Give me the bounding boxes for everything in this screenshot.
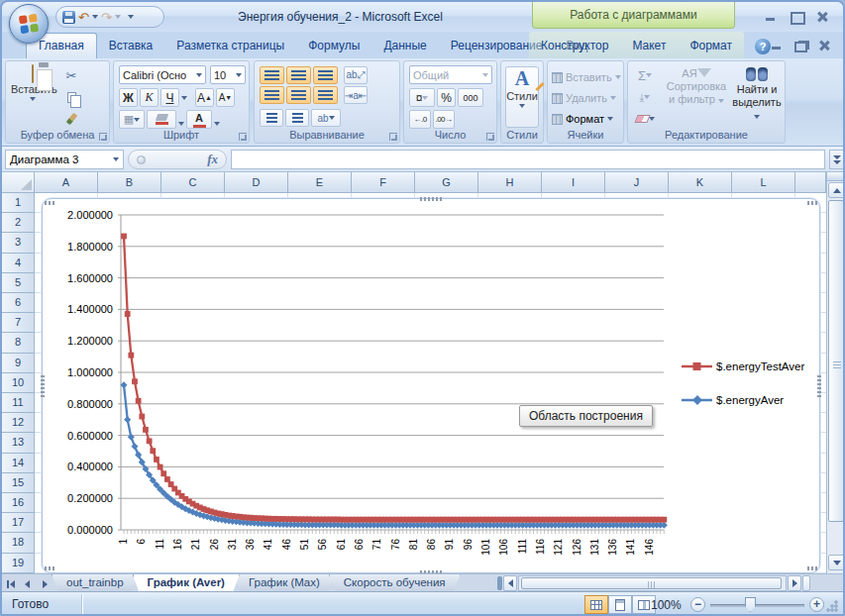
formula-input[interactable] (231, 150, 825, 169)
borders-button[interactable]: ▦ (119, 110, 145, 129)
x-axis-label[interactable]: 146 (644, 539, 655, 556)
grow-font-button[interactable]: А▲ (195, 88, 214, 107)
tab-Конструктор[interactable]: Конструктор (529, 34, 620, 58)
marker[interactable] (143, 427, 149, 433)
sheet-tab-Скорость обучения[interactable]: Скорость обучения (329, 574, 461, 592)
tab-Вставка[interactable]: Вставка (97, 34, 165, 58)
x-axis-label[interactable]: 81 (408, 539, 419, 551)
chart-handle-left[interactable] (41, 375, 45, 397)
y-axis-label[interactable]: 1.200000 (67, 335, 113, 347)
alignment-dialog-launcher[interactable] (389, 133, 397, 141)
delete-cells-button[interactable]: Удалить (552, 88, 616, 108)
align-right-button[interactable] (313, 86, 338, 104)
undo-icon[interactable]: ↶ (78, 11, 89, 24)
marker[interactable] (135, 452, 142, 459)
x-axis-label[interactable]: 141 (625, 539, 636, 556)
name-box-dropdown-icon[interactable] (113, 157, 119, 161)
marker[interactable] (125, 311, 131, 317)
column-header-partial[interactable] (795, 172, 826, 193)
row-header-3[interactable]: 3 (2, 233, 35, 253)
paste-button[interactable]: Вставить (11, 65, 54, 129)
vertical-scrollbar[interactable] (826, 172, 845, 573)
fill-button[interactable]: ⤓ (633, 88, 657, 106)
row-header-13[interactable]: 13 (2, 433, 35, 453)
underline-dropdown-icon[interactable] (181, 96, 187, 100)
first-sheet-button[interactable] (4, 576, 17, 592)
marker[interactable] (160, 470, 166, 476)
row-header-14[interactable]: 14 (2, 454, 35, 473)
help-icon[interactable]: ? (755, 39, 771, 54)
sheet-tab-График (Aver)[interactable]: График (Aver) (133, 574, 240, 592)
y-axis-label[interactable]: 0.600000 (67, 430, 113, 442)
autosum-button[interactable]: Σ (633, 66, 657, 84)
chart-handle-right[interactable] (817, 375, 821, 397)
increase-decimal-button[interactable]: ←.0 (409, 110, 431, 129)
row-header-15[interactable]: 15 (2, 473, 35, 493)
row-header-19[interactable]: 19 (2, 554, 35, 573)
insert-function-button[interactable]: fx (128, 150, 227, 169)
number-dialog-launcher[interactable] (486, 133, 494, 141)
y-axis-label[interactable]: 1.400000 (67, 303, 113, 315)
x-axis-label[interactable]: 126 (572, 539, 582, 556)
column-header-I[interactable]: I (542, 172, 605, 193)
x-axis-label[interactable]: 116 (535, 539, 546, 555)
undo-dropdown-icon[interactable] (92, 15, 98, 19)
marker[interactable] (158, 464, 163, 470)
font-color-button[interactable]: А (186, 110, 212, 129)
row-header-4[interactable]: 4 (2, 254, 35, 273)
page-layout-view-button[interactable] (608, 595, 632, 614)
chart-handle-topright[interactable] (807, 201, 817, 205)
marker[interactable] (128, 434, 135, 441)
comma-style-button[interactable]: 000 (458, 88, 483, 107)
next-sheet-button[interactable] (39, 576, 52, 592)
zoom-level[interactable]: 100% (651, 598, 682, 612)
decrease-indent-button[interactable] (260, 109, 283, 127)
x-axis-label[interactable]: 111 (517, 539, 528, 555)
column-header-E[interactable]: E (288, 172, 352, 193)
prev-sheet-button[interactable] (21, 576, 34, 592)
align-left-button[interactable] (260, 86, 284, 104)
marker[interactable] (124, 416, 131, 423)
row-header-6[interactable]: 6 (2, 293, 35, 313)
y-axis-label[interactable]: 1.800000 (67, 241, 113, 253)
y-axis-label[interactable]: 2.000000 (67, 209, 113, 221)
format-cells-button[interactable]: Формат (552, 109, 613, 129)
copy-button[interactable] (59, 88, 83, 106)
x-axis-label[interactable]: 106 (498, 539, 509, 556)
column-header-G[interactable]: G (415, 172, 478, 193)
zoom-thumb[interactable] (745, 597, 756, 612)
align-center-button[interactable] (286, 86, 311, 104)
horizontal-scrollbar[interactable] (518, 575, 787, 591)
x-axis-label[interactable]: 1 (118, 539, 129, 545)
x-axis-label[interactable]: 36 (245, 539, 256, 551)
vertical-split-box[interactable] (827, 172, 845, 181)
workbook-restore-icon[interactable] (793, 40, 807, 51)
marker[interactable] (120, 381, 127, 388)
column-header-D[interactable]: D (225, 172, 288, 193)
legend-marker[interactable] (693, 362, 701, 370)
underline-button[interactable]: Ч (160, 88, 179, 107)
align-bottom-button[interactable] (313, 66, 338, 84)
styles-button[interactable]: A Стили (505, 66, 539, 128)
x-axis-label[interactable]: 41 (263, 539, 273, 551)
align-middle-button[interactable] (286, 66, 311, 84)
clear-button[interactable] (633, 110, 657, 128)
formula-bar-expand-button[interactable] (829, 150, 844, 169)
row-header-16[interactable]: 16 (2, 493, 35, 513)
zoom-in-button[interactable]: + (809, 597, 824, 612)
chart[interactable]: 2.0000001.8000001.6000001.4000001.200000… (43, 199, 819, 572)
row-header-17[interactable]: 17 (2, 513, 35, 533)
zoom-out-button[interactable]: − (690, 597, 705, 612)
decrease-decimal-button[interactable]: .00→ (433, 110, 455, 129)
chart-handle-bottomright[interactable] (807, 566, 817, 570)
horizontal-scroll-thumb[interactable] (521, 577, 782, 589)
close-icon[interactable] (815, 11, 829, 23)
row-header-2[interactable]: 2 (2, 213, 35, 233)
row-header-7[interactable]: 7 (2, 313, 35, 333)
x-axis-label[interactable]: 31 (227, 539, 238, 551)
scroll-left-button[interactable] (503, 575, 517, 591)
x-axis-label[interactable]: 16 (172, 539, 183, 551)
font-size-select[interactable]: 10 (210, 65, 246, 84)
x-axis-label[interactable]: 56 (317, 539, 328, 551)
percent-button[interactable]: % (437, 88, 456, 107)
